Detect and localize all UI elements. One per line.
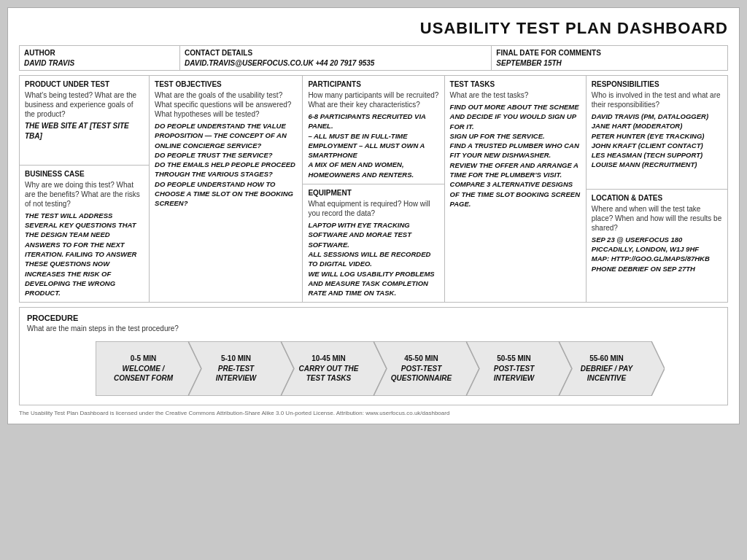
- procedure-step-4: 50-55 MINPOST-TEST INTERVIEW: [466, 341, 572, 396]
- contact-section: CONTACT DETAILS DAVID.TRAVIS@USERFOCUS.C…: [180, 46, 492, 70]
- tasks-item-0: FIND OUT MORE ABOUT THE SCHEME AND DECID…: [450, 102, 581, 131]
- page-title: USABILITY TEST PLAN DASHBOARD: [19, 19, 728, 38]
- arrows-row: 0-5 MINWELCOME / CONSENT FORM5-10 MINPRE…: [27, 341, 720, 396]
- business-value: THE TEST WILL ADDRESS SEVERAL KEY QUESTI…: [25, 211, 144, 298]
- location-title: LOCATION & DATES: [592, 194, 722, 202]
- responsibilities-cell: RESPONSIBILITIES Who is involved in the …: [587, 76, 727, 190]
- equipment-cell: EQUIPMENT What equipment is required? Ho…: [303, 184, 444, 302]
- contact-label: CONTACT DETAILS: [185, 49, 487, 57]
- step-time-2: 10-45 MIN: [311, 354, 346, 362]
- step-label-3: POST-TEST QUESTIONNAIRE: [391, 364, 452, 383]
- procedure-step-0: 0-5 MINWELCOME / CONSENT FORM: [96, 341, 201, 396]
- equipment-item-0: LAPTOP WITH EYE TRACKING SOFTWARE AND MO…: [308, 220, 438, 249]
- col-3: PARTICIPANTS How many participants will …: [303, 76, 444, 302]
- resp-item-1: JANE HART (MODERATOR): [592, 121, 722, 131]
- objectives-desc: What are the goals of the usability test…: [155, 90, 297, 119]
- product-desc: What's being tested? What are the busine…: [25, 90, 144, 119]
- author-value: DAVID TRAVIS: [24, 59, 74, 67]
- tasks-desc: What are the test tasks?: [450, 90, 581, 100]
- procedure-step-2: 10-45 MINCARRY OUT THE TEST TASKS: [281, 341, 387, 396]
- col-5: RESPONSIBILITIES Who is involved in the …: [587, 76, 727, 302]
- procedure-step-1: 5-10 MINPRE-TEST INTERVIEW: [188, 341, 294, 396]
- procedure-desc: What are the main steps in the test proc…: [27, 324, 720, 332]
- procedure-step-3: 45-50 MINPOST-TEST QUESTIONNAIRE: [374, 341, 479, 396]
- col-2: TEST OBJECTIVES What are the goals of th…: [150, 76, 303, 302]
- location-item-0: SEP 23 @ USERFOCUS 180 PICCADILLY, LONDO…: [592, 235, 722, 254]
- responsibilities-desc: Who is involved in the test and what are…: [592, 90, 722, 109]
- procedure-section: PROCEDURE What are the main steps in the…: [19, 307, 728, 405]
- resp-item-2: PETER HUNTER (EYE TRACKING): [592, 131, 722, 141]
- equipment-item-2: WE WILL LOG USABILITY PROBLEMS AND MEASU…: [308, 269, 438, 298]
- location-dates-cell: LOCATION & DATES Where and when will the…: [587, 190, 727, 303]
- step-label-2: CARRY OUT THE TEST TASKS: [299, 364, 359, 383]
- participants-title: PARTICIPANTS: [308, 80, 438, 88]
- participants-item-1: – ALL MUST BE IN FULL-TIME EMPLOYMENT – …: [308, 131, 438, 160]
- business-case-cell: BUSINESS CASE Why are we doing this test…: [20, 166, 149, 303]
- test-tasks-cell: TEST TASKS What are the test tasks? FIND…: [445, 76, 586, 302]
- tasks-title: TEST TASKS: [450, 80, 581, 88]
- product-under-test-cell: PRODUCT UNDER TEST What's being tested? …: [20, 76, 149, 166]
- footer: The Usability Test Plan Dashboard is lic…: [19, 410, 728, 416]
- author-label: AUTHOR: [24, 49, 175, 57]
- business-title: BUSINESS CASE: [25, 170, 144, 178]
- tasks-item-2: FIND A TRUSTED PLUMBER WHO CAN FIT YOUR …: [450, 141, 581, 160]
- final-date-label: FINAL DATE FOR COMMENTS: [496, 49, 723, 57]
- step-time-3: 45-50 MIN: [404, 354, 438, 362]
- contact-value: DAVID.TRAVIS@USERFOCUS.CO.UK +44 20 7917…: [185, 59, 374, 67]
- location-item-1: MAP: HTTP://GOO.GL/MAPS/87HKB: [592, 254, 722, 263]
- tasks-item-4: COMPARE 3 ALTERNATIVE DESIGNS OF THE TIM…: [450, 179, 581, 209]
- final-date-section: FINAL DATE FOR COMMENTS SEPTEMBER 15TH: [492, 46, 727, 70]
- top-meta: AUTHOR DAVID TRAVIS CONTACT DETAILS DAVI…: [19, 45, 728, 71]
- tasks-item-3: REVIEW THE OFFER AND ARRANGE A TIME FOR …: [450, 160, 581, 180]
- col-1: PRODUCT UNDER TEST What's being tested? …: [20, 76, 150, 302]
- participants-item-0: 6-8 PARTICIPANTS RECRUITED VIA PANEL.: [308, 112, 438, 131]
- resp-item-4: LES HEASMAN (TECH SUPPORT): [592, 150, 722, 160]
- participants-desc: How many participants will be recruited?…: [308, 90, 438, 109]
- tasks-item-1: SIGN UP FOR THE SERVICE.: [450, 131, 581, 141]
- objectives-item-3: DO PEOPLE UNDERSTAND HOW TO CHOOSE A TIM…: [155, 179, 297, 209]
- step-time-1: 5-10 MIN: [221, 354, 251, 362]
- product-value: THE WEB SITE AT [TEST SITE TBA]: [25, 121, 144, 141]
- equipment-title: EQUIPMENT: [308, 189, 438, 197]
- step-time-4: 50-55 MIN: [497, 354, 531, 362]
- resp-item-0: DAVID TRAVIS (PM, DATALOGGER): [592, 112, 722, 121]
- step-time-0: 0-5 MIN: [131, 354, 157, 362]
- objectives-title: TEST OBJECTIVES: [155, 80, 297, 88]
- objectives-item-0: DO PEOPLE UNDERSTAND THE VALUE PROPOSITI…: [155, 121, 297, 150]
- step-time-5: 55-60 MIN: [589, 354, 624, 362]
- test-objectives-cell: TEST OBJECTIVES What are the goals of th…: [150, 76, 302, 302]
- participants-item-2: A MIX OF MEN AND WOMEN, HOMEOWNERS AND R…: [308, 160, 438, 179]
- responsibilities-title: RESPONSIBILITIES: [592, 80, 722, 88]
- page: USABILITY TEST PLAN DASHBOARD AUTHOR DAV…: [7, 7, 740, 424]
- main-grid: PRODUCT UNDER TEST What's being tested? …: [19, 75, 728, 303]
- resp-item-5: LOUISE MANN (RECRUITMENT): [592, 160, 722, 169]
- business-desc: Why are we doing this test? What are the…: [25, 180, 144, 209]
- objectives-item-1: DO PEOPLE TRUST THE SERVICE?: [155, 150, 297, 160]
- step-label-5: DEBRIEF / PAY INCENTIVE: [581, 364, 632, 383]
- equipment-item-1: ALL SESSIONS WILL BE RECORDED TO DIGITAL…: [308, 249, 438, 269]
- final-date-value: SEPTEMBER 15TH: [496, 59, 561, 67]
- resp-item-3: JOHN KRAFT (CLIENT CONTACT): [592, 141, 722, 150]
- objectives-item-2: DO THE EMAILS HELP PEOPLE PROCEED THROUG…: [155, 160, 297, 179]
- equipment-desc: What equipment is required? How will you…: [308, 199, 438, 218]
- author-section: AUTHOR DAVID TRAVIS: [20, 46, 180, 70]
- step-label-1: PRE-TEST INTERVIEW: [216, 364, 257, 383]
- step-label-0: WELCOME / CONSENT FORM: [114, 364, 173, 383]
- product-title: PRODUCT UNDER TEST: [25, 80, 144, 88]
- procedure-title: PROCEDURE: [27, 314, 720, 322]
- step-label-4: POST-TEST INTERVIEW: [494, 364, 535, 383]
- col-4: TEST TASKS What are the test tasks? FIND…: [445, 76, 587, 302]
- participants-cell: PARTICIPANTS How many participants will …: [303, 76, 444, 184]
- location-desc: Where and when will the test take place?…: [592, 204, 722, 233]
- location-item-2: PHONE DEBRIEF ON SEP 27TH: [592, 264, 722, 273]
- procedure-step-5: 55-60 MINDEBRIEF / PAY INCENTIVE: [559, 341, 665, 396]
